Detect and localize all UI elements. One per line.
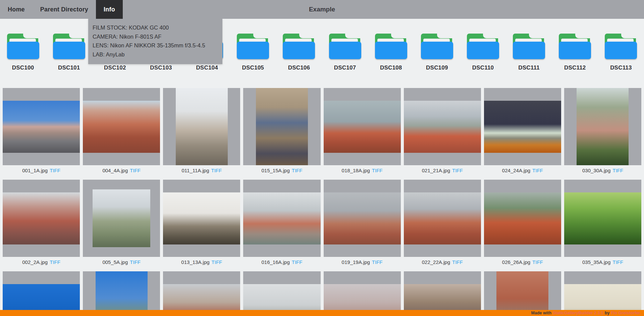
folder-label: DSC104 bbox=[196, 64, 218, 71]
footer-author-link[interactable]: Flo Greistorfer. bbox=[611, 311, 641, 315]
tile-label: 013_13A.jpg TIFF bbox=[163, 257, 240, 267]
tiff-link[interactable]: TIFF bbox=[292, 168, 303, 173]
tiff-link[interactable]: TIFF bbox=[130, 168, 141, 173]
footer-by-text: by bbox=[605, 311, 610, 315]
photo-filename: 002_2A.jpg bbox=[22, 259, 48, 265]
photo-image bbox=[564, 192, 641, 244]
tiff-link[interactable]: TIFF bbox=[532, 168, 543, 173]
tile-label: 016_16A.jpg TIFF bbox=[243, 257, 320, 267]
photo-thumbnail[interactable] bbox=[243, 271, 320, 316]
folder-item-dsc110[interactable]: DSC110 bbox=[460, 34, 506, 71]
folder-icon bbox=[7, 34, 39, 59]
folder-item-dsc106[interactable]: DSC106 bbox=[276, 34, 322, 71]
photo-thumbnail[interactable] bbox=[324, 180, 401, 257]
tile-label: 004_4A.jpg TIFF bbox=[83, 165, 160, 175]
photo-thumbnail[interactable] bbox=[404, 180, 481, 257]
folder-label: DSC107 bbox=[334, 64, 356, 71]
grid-row bbox=[3, 271, 641, 316]
photo-image bbox=[83, 101, 160, 153]
photo-thumbnail[interactable] bbox=[243, 88, 320, 165]
photo-tile-018_18A: 018_18A.jpg TIFF bbox=[324, 88, 401, 175]
folder-item-dsc112[interactable]: DSC112 bbox=[552, 34, 598, 71]
photo-filename: 021_21A.jpg bbox=[422, 168, 450, 173]
photo-image bbox=[484, 192, 561, 244]
tiff-link[interactable]: TIFF bbox=[452, 168, 463, 173]
nav-item-home[interactable]: Home bbox=[0, 0, 33, 19]
photo-tile bbox=[83, 271, 160, 316]
tile-label: 005_5A.jpg TIFF bbox=[83, 257, 160, 267]
folder-icon bbox=[605, 34, 637, 59]
nav-item-parent-directory[interactable]: Parent Directory bbox=[33, 0, 96, 19]
folder-item-dsc101[interactable]: DSC101 bbox=[46, 34, 92, 71]
photo-thumbnail[interactable] bbox=[484, 88, 561, 165]
photo-thumbnail[interactable] bbox=[484, 271, 561, 316]
photo-thumbnail[interactable] bbox=[484, 180, 561, 257]
tiff-link[interactable]: TIFF bbox=[372, 259, 383, 265]
photo-thumbnail[interactable] bbox=[163, 88, 240, 165]
photo-filename: 015_15A.jpg bbox=[261, 168, 289, 173]
photo-thumbnail[interactable] bbox=[243, 180, 320, 257]
tiff-link[interactable]: TIFF bbox=[292, 259, 303, 265]
photo-thumbnail[interactable] bbox=[163, 271, 240, 316]
photo-thumbnail[interactable] bbox=[564, 88, 641, 165]
photo-tile-026_26A: 026_26A.jpg TIFF bbox=[484, 180, 561, 267]
tiff-link[interactable]: TIFF bbox=[612, 259, 623, 265]
tiff-link[interactable]: TIFF bbox=[50, 168, 60, 173]
photo-thumbnail[interactable] bbox=[404, 271, 481, 316]
photo-tile-021_21A: 021_21A.jpg TIFF bbox=[404, 88, 481, 175]
folder-item-dsc111[interactable]: DSC111 bbox=[506, 34, 552, 71]
photo-thumbnail[interactable] bbox=[404, 88, 481, 165]
photo-image bbox=[324, 101, 401, 153]
tile-label: 035_35A.jpg TIFF bbox=[564, 257, 641, 267]
photo-thumbnail[interactable] bbox=[324, 271, 401, 316]
folder-icon bbox=[421, 34, 453, 59]
tile-label: 021_21A.jpg TIFF bbox=[404, 165, 481, 175]
photo-tile bbox=[484, 271, 561, 316]
photo-thumbnail[interactable] bbox=[324, 88, 401, 165]
tiff-link[interactable]: TIFF bbox=[212, 259, 222, 265]
photo-tile bbox=[324, 271, 401, 316]
folder-item-dsc107[interactable]: DSC107 bbox=[322, 34, 368, 71]
tiff-link[interactable]: TIFF bbox=[452, 259, 463, 265]
photo-thumbnail[interactable] bbox=[564, 180, 641, 257]
folder-item-dsc105[interactable]: DSC105 bbox=[230, 34, 276, 71]
photo-thumbnail[interactable] bbox=[3, 88, 80, 165]
photo-thumbnail[interactable] bbox=[3, 180, 80, 257]
folder-icon bbox=[559, 34, 591, 59]
photo-thumbnail[interactable] bbox=[83, 88, 160, 165]
photo-filename: 013_13A.jpg bbox=[181, 259, 209, 265]
tiff-link[interactable]: TIFF bbox=[612, 168, 623, 173]
tile-label: 001_1A.jpg TIFF bbox=[3, 165, 80, 175]
folder-icon bbox=[513, 34, 545, 59]
footer-builder-link[interactable]: StaticGalleryBuilder 2.3.1 bbox=[553, 311, 603, 315]
photo-thumbnail[interactable] bbox=[83, 180, 160, 257]
photo-thumbnail[interactable] bbox=[83, 271, 160, 316]
folder-item-dsc100[interactable]: DSC100 bbox=[0, 34, 46, 71]
folder-label: DSC111 bbox=[518, 64, 540, 71]
navbar: HomeParent DirectoryInfo Example bbox=[0, 0, 644, 19]
tile-label: 022_22A.jpg TIFF bbox=[404, 257, 481, 267]
photo-thumbnail[interactable] bbox=[3, 271, 80, 316]
folder-label: DSC113 bbox=[610, 64, 632, 71]
photo-thumbnail[interactable] bbox=[163, 180, 240, 257]
tiff-link[interactable]: TIFF bbox=[211, 168, 222, 173]
folder-item-dsc108[interactable]: DSC108 bbox=[368, 34, 414, 71]
tiff-link[interactable]: TIFF bbox=[130, 259, 141, 265]
photo-image bbox=[404, 192, 481, 244]
tooltip-camera: CAMERA: Nikon F-801S AF bbox=[93, 32, 216, 41]
nav-item-info[interactable]: Info bbox=[96, 0, 123, 19]
photo-tile-005_5A: 005_5A.jpg TIFF bbox=[83, 180, 160, 267]
tiff-link[interactable]: TIFF bbox=[50, 259, 60, 265]
photo-image bbox=[404, 101, 481, 153]
photo-thumbnail[interactable] bbox=[564, 271, 641, 316]
folder-icon bbox=[329, 34, 361, 59]
tiff-link[interactable]: TIFF bbox=[372, 168, 383, 173]
folder-item-dsc109[interactable]: DSC109 bbox=[414, 34, 460, 71]
photo-tile-002_2A: 002_2A.jpg TIFF bbox=[3, 180, 80, 267]
photo-tile bbox=[163, 271, 240, 316]
folder-item-dsc113[interactable]: DSC113 bbox=[598, 34, 644, 71]
photo-filename: 004_4A.jpg bbox=[102, 168, 128, 173]
folder-label: DSC105 bbox=[242, 64, 264, 71]
tiff-link[interactable]: TIFF bbox=[532, 259, 543, 265]
tooltip-lab: LAB: AnyLab bbox=[93, 50, 216, 59]
